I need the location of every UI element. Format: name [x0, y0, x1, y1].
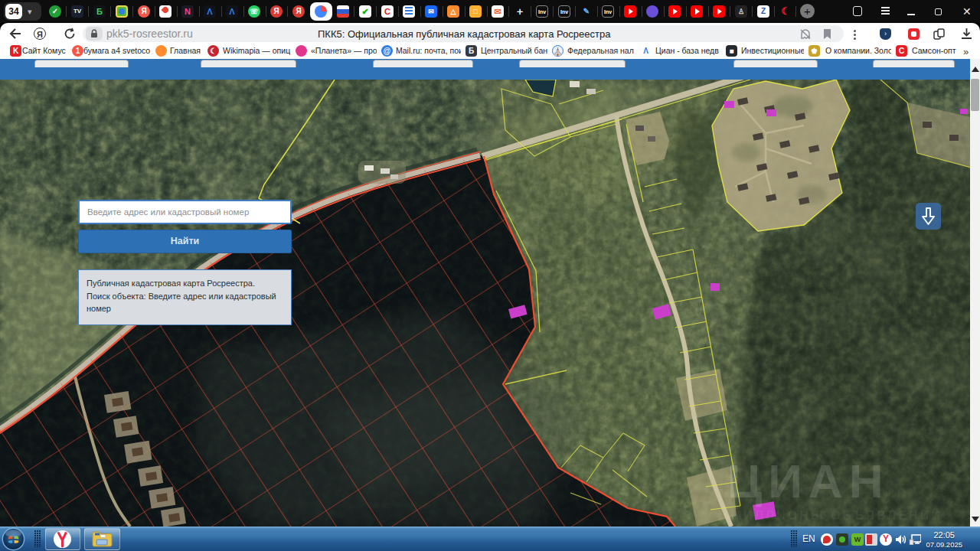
svg-text:МИЛЛИОНЫ ОБЪЯВЛЕНИЙ: МИЛЛИОНЫ ОБЪЯВЛЕНИЙ — [731, 508, 942, 522]
svg-text:ЦИАН: ЦИАН — [727, 455, 889, 507]
